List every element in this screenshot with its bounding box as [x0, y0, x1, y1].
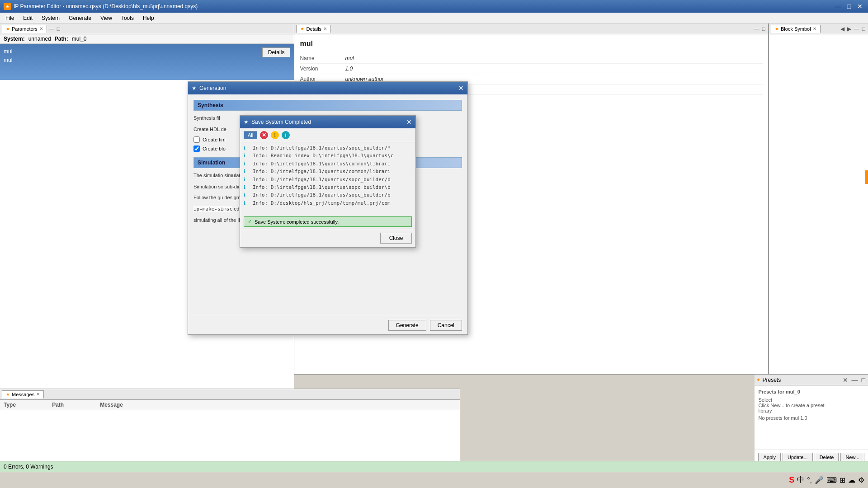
log-line-6: ℹ Info: D:\intelfpga\18.1\quartus\sopc_b…: [244, 183, 412, 191]
log-text-1: Info: D:/intelfpga/18.1/quartus/sopc_bui…: [253, 145, 391, 151]
menu-tools[interactable]: Tools: [118, 14, 137, 22]
maximize-panel-button[interactable]: □: [56, 26, 61, 32]
filter-warn-icon[interactable]: !: [271, 131, 279, 139]
synthesis-section-header: Synthesis: [193, 100, 462, 111]
taskbar-input-method[interactable]: 中: [797, 475, 804, 485]
taskbar: S 中 °, 🎤 ⌨ ⊞ ☁ ⚙: [0, 472, 868, 488]
block-symbol-panel-controls: ◀ ▶ — □: [840, 26, 866, 32]
log-text-4: Info: D:/intelfpga/18.1/quartus/common/l…: [253, 168, 391, 175]
taskbar-grid-icon[interactable]: ⊞: [840, 476, 845, 484]
detail-key-name: Name: [300, 55, 345, 61]
log-line-8: ℹ Info: D:/desktop/hls_prj/temp/temp/mul…: [244, 199, 412, 207]
details-max-button[interactable]: □: [761, 26, 766, 32]
filter-all-button[interactable]: All: [244, 131, 257, 139]
tab-parameters[interactable]: ★ Parameters ✕: [2, 25, 47, 33]
block-symbol-content: [769, 34, 868, 374]
log-text-2: Info: Reading index D:\intelfpga\18.1\qu…: [253, 152, 393, 159]
taskbar-settings-icon[interactable]: ⚙: [858, 476, 864, 484]
generation-dialog-title: ★ Generation: [192, 85, 226, 91]
taskbar-cloud-icon[interactable]: ☁: [848, 476, 855, 484]
taskbar-punctuation: °,: [807, 476, 812, 484]
parameters-tab-icon: ★: [6, 26, 10, 31]
path-label: Path:: [55, 36, 68, 42]
save-dialog-close[interactable]: ✕: [406, 118, 412, 126]
tab-messages[interactable]: ★ Messages ✕: [2, 390, 44, 399]
filter-error-icon[interactable]: ✕: [260, 131, 268, 139]
presets-tab[interactable]: ★ Presets: [756, 377, 781, 383]
log-line-1: ℹ Info: D:/intelfpga/18.1/quartus/sopc_b…: [244, 144, 412, 152]
presets-close-btn[interactable]: ✕: [842, 376, 849, 384]
presets-tab-close: ✕ — □: [842, 376, 866, 384]
log-text-3: Info: D:\intelfpga\18.1\quartus\common\l…: [253, 160, 391, 167]
block-symbol-panel: ★ Block Symbol ✕ ◀ ▶ — □: [769, 23, 868, 374]
messages-tab-close[interactable]: ✕: [36, 392, 40, 397]
parameters-panel-controls: — □: [48, 26, 61, 32]
col-type: Type: [4, 402, 16, 408]
presets-max-btn[interactable]: □: [861, 376, 866, 384]
taskbar-icons: S 中 °, 🎤 ⌨ ⊞ ☁ ⚙: [789, 475, 864, 485]
tab-block-symbol[interactable]: ★ Block Symbol ✕: [771, 25, 821, 33]
detail-row-version: Version 1.0: [300, 64, 763, 74]
filter-info-icon[interactable]: i: [282, 131, 290, 139]
block-symbol-tab-close[interactable]: ✕: [813, 26, 816, 31]
details-title: mul: [300, 40, 763, 48]
success-bar: ✓ Save System: completed successfully.: [244, 216, 412, 227]
block-symbol-max-button[interactable]: □: [861, 26, 866, 32]
generation-dialog-footer: Generate Cancel: [188, 316, 467, 334]
delete-button[interactable]: Delete: [815, 453, 839, 462]
menu-edit[interactable]: Edit: [19, 14, 36, 22]
success-message: Save System: completed successfully.: [255, 219, 339, 225]
generate-button[interactable]: Generate: [388, 320, 426, 331]
presets-line1: Select: [758, 397, 864, 403]
parameters-tab-close[interactable]: ✕: [39, 26, 43, 31]
menu-help[interactable]: Help: [139, 14, 158, 22]
new-button[interactable]: New...: [840, 453, 864, 462]
minimize-button[interactable]: —: [834, 3, 843, 10]
apply-button[interactable]: Apply: [758, 453, 781, 462]
save-title-icon: ★: [244, 119, 249, 125]
close-button[interactable]: ✕: [855, 3, 864, 10]
details-tab-icon: ★: [300, 26, 304, 31]
presets-line2: Click New... to create a preset.: [758, 403, 864, 408]
log-info-icon-4: ℹ: [244, 168, 250, 175]
update-button[interactable]: Update...: [783, 453, 813, 462]
menu-system[interactable]: System: [38, 14, 63, 22]
details-button[interactable]: Details: [262, 47, 291, 57]
block-symbol-tab-icon: ★: [775, 26, 779, 31]
detail-value-name: mul: [345, 55, 763, 61]
create-block-checkbox[interactable]: [193, 145, 200, 152]
menu-view[interactable]: View: [97, 14, 116, 22]
minimize-panel-button[interactable]: —: [48, 26, 55, 32]
save-dialog: ★ Save System Completed ✕ All ✕ ! i ℹ In…: [240, 115, 416, 248]
tab-details[interactable]: ★ Details ✕: [296, 25, 331, 33]
log-area: ℹ Info: D:/intelfpga/18.1/quartus/sopc_b…: [240, 142, 415, 215]
cancel-button[interactable]: Cancel: [430, 320, 462, 331]
menu-file[interactable]: File: [2, 14, 18, 22]
taskbar-mic-icon[interactable]: 🎤: [815, 476, 824, 484]
detail-row-name: Name mul: [300, 53, 763, 64]
log-text-6: Info: D:\intelfpga\18.1\quartus\sopc_bui…: [253, 184, 391, 191]
menu-generate[interactable]: Generate: [65, 14, 95, 22]
maximize-button[interactable]: □: [844, 3, 854, 10]
presets-min-btn[interactable]: —: [851, 376, 859, 384]
messages-tab-icon: ★: [6, 392, 10, 397]
log-info-icon-6: ℹ: [244, 184, 250, 191]
status-bar: 0 Errors, 0 Warnings: [0, 461, 868, 472]
block-symbol-nav-right[interactable]: ▶: [846, 26, 852, 32]
log-text-7: Info: D:/intelfpga/18.1/quartus/sopc_bui…: [253, 192, 391, 198]
block-symbol-nav-left[interactable]: ◀: [840, 26, 845, 32]
block-symbol-min-button[interactable]: —: [853, 26, 860, 32]
details-tab-close[interactable]: ✕: [323, 26, 327, 31]
details-tab-bar: ★ Details ✕ — □: [294, 23, 768, 34]
close-save-dialog-button[interactable]: Close: [380, 233, 412, 244]
details-panel-controls: — □: [753, 26, 766, 32]
title-text: IP Parameter Editor - unnamed.qsys (D:\D…: [14, 3, 198, 9]
log-text-5: Info: D:/intelfpga/18.1/quartus/sopc_bui…: [253, 176, 391, 183]
taskbar-keyboard-icon[interactable]: ⌨: [826, 476, 837, 484]
component-item-1: mul: [4, 47, 12, 56]
details-min-button[interactable]: —: [753, 26, 760, 32]
generation-dialog-close[interactable]: ✕: [458, 84, 464, 92]
title-bar-controls: — □ ✕: [834, 3, 864, 10]
save-dialog-title-bar: ★ Save System Completed ✕: [240, 116, 415, 128]
create-timing-checkbox[interactable]: [193, 136, 200, 143]
